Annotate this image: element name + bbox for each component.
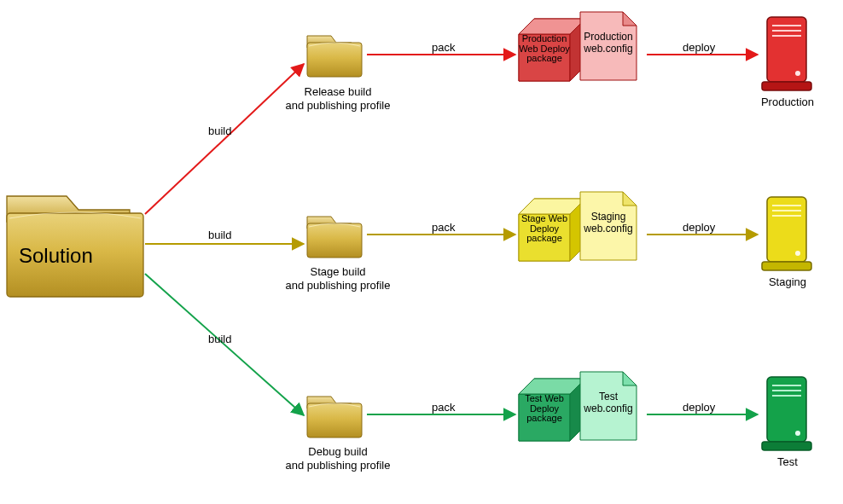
deploy-label-stage: deploy [683, 221, 715, 234]
release-config-text: Production web.config [580, 31, 637, 55]
test-server-icon [762, 377, 811, 450]
debug-config-text: Test web.config [580, 391, 637, 414]
debug-folder-icon [307, 397, 362, 437]
stage-folder-caption: Stage build and publishing profile [261, 265, 415, 292]
debug-folder-caption: Debug build and publishing profile [261, 445, 415, 472]
deploy-label-release: deploy [683, 41, 715, 54]
solution-label: Solution [19, 244, 93, 268]
production-server-caption: Production [742, 96, 833, 109]
stage-package-text: Stage Web Deploy package [518, 214, 571, 244]
release-folder-caption: Release build and publishing profile [261, 85, 415, 112]
production-server-icon [762, 17, 811, 90]
pack-label-release: pack [432, 41, 455, 54]
debug-package-text: Test Web Deploy package [518, 394, 571, 424]
build-label-release: build [208, 125, 231, 137]
staging-server-caption: Staging [742, 275, 833, 289]
release-package-text: Production Web Deploy package [518, 34, 571, 64]
test-server-caption: Test [742, 455, 833, 469]
pack-label-debug: pack [432, 401, 455, 414]
build-label-stage: build [208, 229, 231, 241]
staging-server-icon [762, 197, 811, 270]
diagram-canvas: Solution build build build pack pack pac… [0, 0, 843, 504]
release-folder-icon [307, 36, 362, 77]
build-label-debug: build [208, 333, 231, 345]
stage-config-text: Staging web.config [580, 211, 637, 235]
pack-label-stage: pack [432, 221, 455, 234]
deploy-label-debug: deploy [683, 401, 715, 414]
stage-folder-icon [307, 217, 362, 258]
